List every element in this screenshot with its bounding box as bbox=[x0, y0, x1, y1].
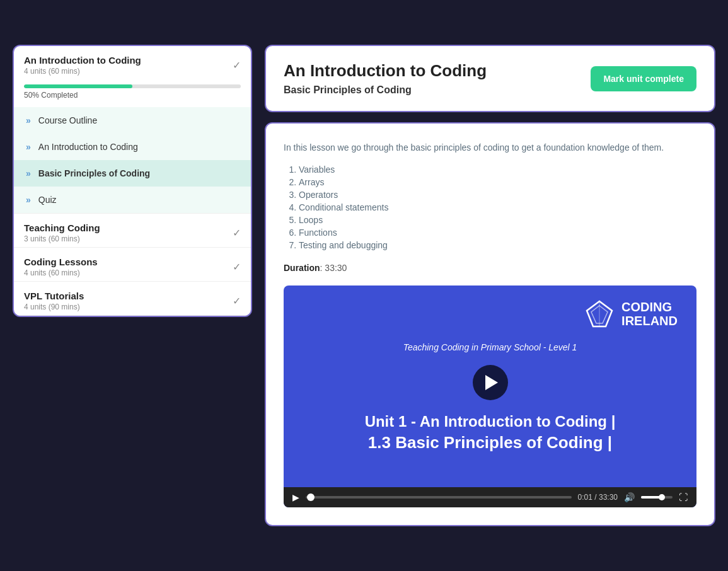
video-time-display: 0:01 / 33:30 bbox=[578, 493, 618, 502]
sidebar: An Introduction to Coding 4 units (60 mi… bbox=[13, 45, 252, 317]
sidebar-item-label: An Introduction to Coding bbox=[38, 142, 138, 152]
video-progress-dot bbox=[307, 493, 315, 501]
content-header-titles: An Introduction to Coding Basic Principl… bbox=[284, 61, 487, 96]
chevron-icon: » bbox=[26, 195, 31, 205]
chevron-down-icon: ✓ bbox=[233, 227, 241, 239]
sidebar-item-label: Course Outline bbox=[38, 115, 97, 125]
progress-container: 50% Completed bbox=[14, 79, 251, 107]
sidebar-item-course-outline[interactable]: » Course Outline bbox=[14, 107, 251, 134]
module-meta-coding: 4 units (60 mins) bbox=[24, 268, 98, 277]
lesson-topics-list: Variables Arrays Operators Conditional s… bbox=[284, 164, 696, 250]
video-play-icon[interactable]: ▶ bbox=[292, 492, 299, 502]
module-title-teaching: Teaching Coding bbox=[24, 222, 100, 233]
video-title-area: Unit 1 - An Introduction to Coding | 1.3… bbox=[365, 413, 616, 459]
video-unit-line1: Unit 1 - An Introduction to Coding | bbox=[365, 413, 616, 430]
sidebar-item-label: Basic Principles of Coding bbox=[38, 168, 150, 178]
list-item: Loops bbox=[299, 215, 696, 225]
chevron-icon: » bbox=[26, 168, 31, 178]
duration-value: 33:30 bbox=[325, 263, 347, 273]
list-item: Conditional statements bbox=[299, 202, 696, 212]
unit-title: An Introduction to Coding bbox=[284, 61, 487, 81]
module-meta-teaching: 3 units (60 mins) bbox=[24, 234, 100, 243]
video-subtitle: Teaching Coding in Primary School - Leve… bbox=[403, 342, 577, 352]
video-player: CODING IRELAND Teaching Coding in Primar… bbox=[284, 286, 696, 507]
sidebar-item-label: Quiz bbox=[38, 195, 57, 205]
play-button[interactable] bbox=[473, 365, 508, 400]
chevron-down-icon: ✓ bbox=[233, 59, 241, 71]
play-button-container bbox=[473, 365, 508, 400]
list-item: Testing and debugging bbox=[299, 240, 696, 250]
fullscreen-icon[interactable]: ⛶ bbox=[679, 492, 688, 502]
play-icon bbox=[485, 375, 498, 390]
volume-dot bbox=[659, 494, 665, 500]
logo-line1: CODING bbox=[621, 300, 678, 314]
module-intro-coding: An Introduction to Coding 4 units (60 mi… bbox=[14, 46, 251, 214]
content-body: In this lesson we go through the basic p… bbox=[265, 122, 715, 526]
module-header-intro[interactable]: An Introduction to Coding 4 units (60 mi… bbox=[14, 46, 251, 79]
duration-label: Duration bbox=[284, 263, 320, 273]
module-teaching-coding: Teaching Coding 3 units (60 mins) ✓ bbox=[14, 214, 251, 248]
module-meta-vpl: 4 units (90 mins) bbox=[24, 303, 84, 311]
list-item: Variables bbox=[299, 164, 696, 175]
module-vpl-tutorials: VPL Tutorials 4 units (90 mins) ✓ bbox=[14, 282, 251, 316]
module-items-intro: » Course Outline » An Introduction to Co… bbox=[14, 107, 251, 213]
content-header: An Introduction to Coding Basic Principl… bbox=[265, 45, 715, 112]
chevron-icon: » bbox=[26, 142, 31, 152]
chevron-down-icon: ✓ bbox=[233, 261, 241, 273]
lesson-title: Basic Principles of Coding bbox=[284, 84, 487, 96]
module-meta-intro: 4 units (60 mins) bbox=[24, 67, 141, 76]
chevron-icon: » bbox=[26, 115, 31, 125]
video-unit-line2: 1.3 Basic Principles of Coding | bbox=[365, 433, 616, 453]
video-progress-track[interactable] bbox=[306, 496, 572, 499]
module-coding-lessons: Coding Lessons 4 units (60 mins) ✓ bbox=[14, 248, 251, 282]
module-header-coding[interactable]: Coding Lessons 4 units (60 mins) ✓ bbox=[14, 248, 251, 281]
module-title-vpl: VPL Tutorials bbox=[24, 291, 84, 301]
main-content: An Introduction to Coding Basic Principl… bbox=[265, 45, 715, 526]
sidebar-item-intro-coding[interactable]: » An Introduction to Coding bbox=[14, 134, 251, 160]
module-title-intro: An Introduction to Coding bbox=[24, 55, 141, 66]
video-logo: CODING IRELAND bbox=[584, 298, 678, 330]
progress-track bbox=[24, 84, 241, 88]
progress-label: 50% Completed bbox=[24, 91, 241, 100]
logo-diamond-icon bbox=[584, 298, 615, 330]
list-item: Arrays bbox=[299, 177, 696, 187]
progress-fill bbox=[24, 84, 132, 88]
module-title-coding: Coding Lessons bbox=[24, 257, 98, 267]
list-item: Functions bbox=[299, 228, 696, 238]
logo-line2: IRELAND bbox=[621, 314, 678, 328]
volume-track[interactable] bbox=[641, 496, 673, 499]
lesson-intro-text: In this lesson we go through the basic p… bbox=[284, 141, 696, 154]
video-controls: ▶ 0:01 / 33:30 🔊 ⛶ bbox=[284, 487, 696, 507]
duration-line: Duration: 33:30 bbox=[284, 263, 696, 273]
chevron-down-icon: ✓ bbox=[233, 295, 241, 307]
logo-text: CODING IRELAND bbox=[621, 300, 678, 328]
module-header-vpl[interactable]: VPL Tutorials 4 units (90 mins) ✓ bbox=[14, 282, 251, 315]
sidebar-item-quiz[interactable]: » Quiz bbox=[14, 187, 251, 213]
volume-icon[interactable]: 🔊 bbox=[624, 492, 635, 502]
sidebar-item-basic-principles[interactable]: » Basic Principles of Coding bbox=[14, 160, 251, 187]
app-container: An Introduction to Coding 4 units (60 mi… bbox=[13, 45, 715, 526]
mark-complete-button[interactable]: Mark unit complete bbox=[591, 66, 696, 91]
video-content-area: CODING IRELAND Teaching Coding in Primar… bbox=[284, 286, 696, 487]
module-header-teaching[interactable]: Teaching Coding 3 units (60 mins) ✓ bbox=[14, 214, 251, 247]
list-item: Operators bbox=[299, 190, 696, 200]
